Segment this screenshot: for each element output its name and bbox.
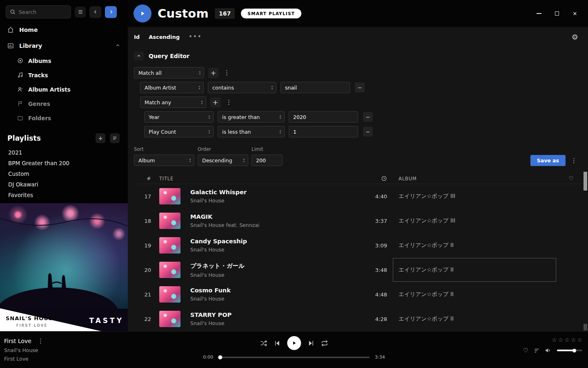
rule-operator-select[interactable]: is greater than ▴▾ — [218, 111, 285, 123]
rule-field-select[interactable]: Play Count ▴▾ — [144, 126, 214, 137]
group-options-button[interactable]: ⋮ — [225, 99, 233, 106]
select-value: Year — [149, 114, 159, 120]
track-album[interactable]: エイリアン☆ポップ II — [399, 233, 562, 258]
settings-icon[interactable]: ⚙ — [572, 33, 584, 41]
header-favorite[interactable]: ♡ — [562, 175, 581, 182]
table-row[interactable]: 22 STARRY POP Snail's House 4:28 エイリアン☆ポ… — [134, 307, 584, 331]
total-time: 3:34 — [375, 355, 385, 360]
playlist-item[interactable]: Favorites — [0, 190, 128, 200]
minimize-button[interactable] — [536, 10, 542, 17]
volume-handle[interactable] — [572, 349, 576, 352]
volume-slider[interactable] — [557, 350, 582, 351]
rule-operator-select[interactable]: is less than ▴▾ — [218, 126, 285, 137]
scrollbar-thumb[interactable] — [584, 172, 587, 191]
chevron-up-icon[interactable] — [115, 43, 120, 48]
rating-stars[interactable]: ☆☆☆☆☆ — [552, 337, 582, 343]
remove-rule-button[interactable]: − — [355, 83, 365, 92]
chevron-left-icon — [93, 9, 98, 15]
sidebar-item-album-artists[interactable]: Album Artists — [0, 82, 128, 96]
now-playing-options-button[interactable]: ⋮ — [36, 337, 45, 345]
header-duration[interactable] — [362, 175, 399, 182]
updown-icon: ▴▾ — [201, 100, 203, 105]
repeat-button[interactable] — [321, 340, 328, 347]
header-title[interactable]: TITLE — [157, 176, 362, 182]
track-album[interactable]: エイリアン☆ポップ II — [399, 282, 562, 307]
sort-select[interactable]: Album ▴▾ — [134, 155, 194, 166]
playlist-item[interactable]: Custom — [0, 168, 128, 179]
play-playlist-button[interactable] — [134, 4, 151, 22]
volume-button[interactable] — [545, 347, 552, 354]
playlists-title: Playlists — [7, 134, 41, 142]
rule-value-input[interactable] — [289, 126, 358, 137]
shuffle-button[interactable] — [260, 340, 267, 347]
group-options-button[interactable]: ⋮ — [223, 69, 231, 76]
sidebar-item-tracks[interactable]: Tracks — [0, 68, 128, 82]
rule-value-input[interactable] — [289, 111, 358, 123]
limit-input[interactable] — [252, 155, 283, 166]
maximize-button[interactable] — [554, 10, 560, 17]
track-album[interactable]: エイリアン☆ポップ III — [399, 184, 562, 209]
rule-value-input[interactable] — [281, 82, 350, 93]
remove-rule-button[interactable]: − — [363, 127, 373, 137]
star-icon[interactable]: ☆ — [564, 337, 570, 343]
close-button[interactable]: ✕ — [572, 10, 578, 17]
more-horizontal-icon[interactable]: ••• — [189, 33, 202, 40]
rule-operator-select[interactable]: contains ▴▾ — [208, 82, 276, 93]
search-input[interactable] — [19, 9, 67, 15]
star-icon[interactable]: ☆ — [571, 337, 576, 343]
save-as-button[interactable]: Save as — [530, 155, 566, 166]
next-button[interactable] — [307, 340, 314, 347]
sort-field-button[interactable]: Id — [134, 34, 140, 40]
favorite-button[interactable]: ♡ — [523, 347, 528, 354]
header-index[interactable]: # — [134, 176, 157, 182]
playlist-item[interactable]: DJ Okawari — [0, 179, 128, 190]
now-playing-artwork[interactable]: SNAIL'S HOUSE FIRST LOVE TASTY — [0, 203, 128, 331]
sort-direction-button[interactable]: Ascending — [149, 34, 180, 40]
track-album[interactable]: エイリアン☆ポップ II — [393, 258, 556, 282]
table-row[interactable]: 19 Candy Spaceship Snail's House 3:09 エイ… — [134, 233, 584, 258]
sort-toolbar: Id Ascending ••• ⚙ — [134, 27, 584, 47]
table-row[interactable]: 21 Cosmo Funk Snail's House 4:48 エイリアン☆ポ… — [134, 282, 584, 307]
sidebar-item-genres[interactable]: Genres — [0, 96, 128, 111]
volume-fill — [557, 350, 574, 351]
minus-icon: − — [366, 114, 370, 120]
add-rule-button[interactable]: + — [210, 97, 220, 108]
collapse-query-editor-button[interactable] — [134, 52, 144, 61]
add-rule-button[interactable]: + — [208, 68, 218, 78]
table-row[interactable]: 18 MAGIK Snail's House feat. Sennzai 3:3… — [134, 209, 584, 233]
track-album[interactable]: エイリアン☆ポップ III — [399, 209, 562, 233]
seek-handle[interactable] — [218, 355, 222, 359]
album-art-thumbnail — [159, 237, 180, 254]
playlist-options-button[interactable] — [110, 133, 120, 143]
playlist-item[interactable]: 2021 — [0, 147, 128, 158]
track-album[interactable]: エイリアン☆ポップ II — [399, 307, 562, 331]
sidebar-item-folders[interactable]: Folders — [0, 111, 128, 125]
header-album[interactable]: ALBUM — [399, 176, 562, 182]
rule-field-select[interactable]: Album Artist ▴▾ — [140, 82, 204, 93]
match-mode-select[interactable]: Match any ▴▾ — [140, 96, 206, 108]
play-pause-button[interactable] — [287, 336, 301, 350]
previous-button[interactable] — [274, 340, 281, 347]
star-icon[interactable]: ☆ — [577, 337, 582, 343]
sidebar-item-albums[interactable]: Albums — [0, 54, 128, 68]
match-mode-select[interactable]: Match all ▴▾ — [134, 67, 204, 79]
table-row[interactable]: 20 プラネット・ガール Snail's House 3:48 エイリアン☆ポッ… — [134, 258, 584, 282]
save-options-button[interactable]: ⋮ — [570, 157, 578, 164]
search-box[interactable] — [6, 5, 71, 18]
rule-field-select[interactable]: Year ▴▾ — [144, 111, 214, 123]
sidebar-item-library[interactable]: Library — [0, 38, 128, 54]
star-icon[interactable]: ☆ — [558, 337, 564, 343]
order-select[interactable]: Descending ▴▾ — [198, 155, 248, 166]
seek-slider[interactable] — [218, 357, 370, 358]
remove-rule-button[interactable]: − — [363, 112, 373, 122]
track-list: 17 Galactic Whisper Snail's House 4:40 エ… — [134, 184, 584, 331]
forward-button[interactable] — [105, 6, 117, 18]
menu-button[interactable] — [75, 7, 86, 18]
sidebar-item-home[interactable]: Home — [0, 22, 128, 38]
back-button[interactable] — [89, 6, 101, 18]
table-row[interactable]: 17 Galactic Whisper Snail's House 4:40 エ… — [134, 184, 584, 209]
star-icon[interactable]: ☆ — [552, 337, 557, 343]
add-playlist-button[interactable]: + — [96, 133, 105, 143]
playlist-item[interactable]: BPM Greater than 200 — [0, 158, 128, 168]
queue-button[interactable] — [534, 348, 540, 354]
